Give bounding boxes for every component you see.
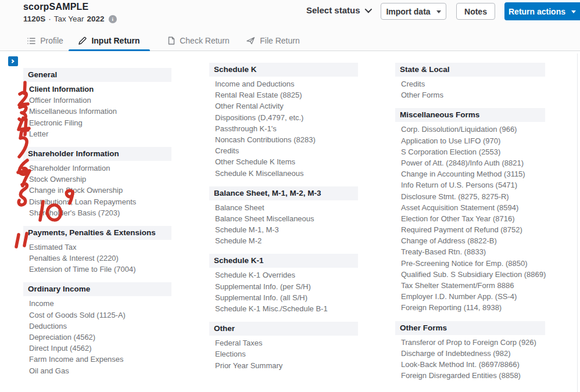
return-actions-button[interactable]: Return actions [504,2,580,20]
collapse-panel-button[interactable] [8,56,18,66]
nav-item[interactable]: Change in Accounting Method (3115) [395,168,545,179]
nav-section: Other FormsTransferor of Prop to Foreign… [395,321,545,384]
nav-item[interactable]: Federal Taxes [209,337,358,348]
tab-label: Check Return [180,36,230,45]
scroll-track[interactable] [577,53,578,392]
pencil-icon [78,37,87,45]
notes-label: Notes [464,7,487,16]
nav-item[interactable]: Schedule K-1 Overrides [209,269,358,280]
nav-item[interactable]: Other Schedule K Items [209,156,358,167]
nav-item[interactable]: Required Payment of Refund (8752) [395,224,545,235]
tab-file-return[interactable]: File Return [242,30,304,51]
section-item-list: Corp. Dissolution/Liquidation (966)Appli… [395,122,545,316]
nav-item[interactable]: Farm Income and Expenses [23,354,171,365]
nav-item[interactable]: Schedule K Miscellaneous [209,168,358,179]
nav-item[interactable]: Balance Sheet [209,202,358,213]
nav-item[interactable]: Schedule K-1 Misc./Schedule B-1 [209,303,358,314]
nav-section: GeneralClient InformationOfficer Informa… [23,68,171,142]
nav-item[interactable]: Distributions, Loan Repayments [23,196,171,207]
nav-item[interactable]: Stock Ownership [23,174,171,185]
nav-item[interactable]: Officer Information [23,95,171,106]
notes-button[interactable]: Notes [456,3,495,20]
app-header: scorpSAMPLE 1120S · Tax Year 2022 i Sele… [0,0,580,30]
nav-item[interactable]: Estimated Tax [23,242,171,253]
nav-item[interactable]: Passthrough K-1's [209,123,358,134]
nav-item[interactable]: Credits [209,145,358,156]
nav-item[interactable]: Other Forms [395,89,545,100]
section-item-list: Transferor of Prop to Foreign Corp (926)… [395,335,545,384]
nav-item[interactable]: Election for Other Tax Year (8716) [395,213,545,224]
nav-item[interactable]: Deductions [23,321,171,332]
nav-item[interactable]: Disclosure Stmt. (8275, 8275-R) [395,191,545,202]
nav-item[interactable]: Depreciation (4562) [23,332,171,343]
tab-profile[interactable]: Profile [23,30,67,51]
import-data-button[interactable]: Import data [381,3,446,20]
section-title: State & Local [395,63,545,77]
nav-item[interactable]: Balance Sheet Miscellaneous [209,213,358,224]
nav-item[interactable]: Extension of Time to File (7004) [23,264,171,275]
section-item-list: Schedule K-1 OverridesSupplemental Info.… [209,268,358,317]
section-title: Other [209,322,358,336]
nav-item[interactable]: Asset Acquisition Statement (8594) [395,202,545,213]
nav-item[interactable]: Tax Shelter Statement/Form 8886 [395,280,545,291]
nav-item[interactable]: Supplemental Info. (per S/H) [209,281,358,292]
nav-item[interactable]: Qualified Sub. S Subsidiary Election (88… [395,269,545,280]
nav-item[interactable]: Foreign Disregarded Entities (8858) [395,370,545,381]
nav-item[interactable]: Oil and Gas [23,365,171,376]
nav-item[interactable]: Other Rental Activity [209,100,358,112]
section-title: Schedule K-1 [209,254,358,268]
nav-item[interactable]: Schedule M-1, M-3 [209,224,358,235]
section-item-list: Income and DeductionsRental Real Estate … [209,77,358,182]
tab-label: Profile [40,36,63,45]
nav-item[interactable]: Letter [23,128,171,139]
section-title: Shareholder Information [23,147,171,161]
nav-item[interactable]: Cost of Goods Sold (1125-A) [23,310,171,321]
nav-item[interactable]: Shareholder's Basis (7203) [23,207,171,218]
tab-check-return[interactable]: Check Return [161,30,237,51]
nav-item[interactable]: Supplemental Info. (all S/H) [209,292,358,303]
nav-item[interactable]: Corp. Dissolution/Liquidation (966) [395,124,545,135]
chevron-right-icon [10,59,15,63]
nav-item[interactable]: Elections [209,348,358,359]
nav-item[interactable]: Prior Year Summary [209,360,358,371]
tax-year-label: Tax Year [54,15,84,23]
nav-item[interactable]: S Corporation Election (2553) [395,146,545,157]
nav-item[interactable]: Shareholder Information [23,163,171,174]
nav-item[interactable]: Application to Use LIFO (970) [395,135,545,146]
nav-item[interactable]: Credits [395,78,545,89]
tab-label: Input Return [91,36,139,45]
tab-input-return[interactable]: Input Return [69,30,150,51]
nav-item[interactable]: Transferor of Prop to Foreign Corp (926) [395,337,545,348]
nav-item[interactable]: Noncash Contributions (8283) [209,134,358,145]
nav-item[interactable]: Info Return of U.S. Persons (5471) [395,179,545,190]
tab-bar: Profile Input Return Check Return File R… [0,30,580,51]
nav-item[interactable]: Income and Deductions [209,78,358,89]
nav-item[interactable]: Penalties & Interest (2220) [23,253,171,264]
nav-item[interactable]: Change of Address (8822-B) [395,235,545,246]
nav-item[interactable]: Power of Att. (2848)/Info Auth (8821) [395,157,545,168]
nav-item[interactable]: Schedule M-2 [209,235,358,246]
info-icon[interactable]: i [109,15,117,23]
nav-section: Miscellaneous FormsCorp. Dissolution/Liq… [395,108,545,316]
nav-item[interactable]: Electronic Filing [23,117,171,128]
nav-section: Balance Sheet, M-1, M-2, M-3Balance Shee… [209,186,358,250]
nav-item[interactable]: Dispositions (D,4797, etc.) [209,112,358,123]
nav-item[interactable]: Direct Input (4562) [23,343,171,354]
nav-item[interactable]: Discharge of Indebtedness (982) [395,348,545,359]
tab-label: File Return [260,36,299,45]
nav-item[interactable]: Look-Back Method Int. (8697/8866) [395,359,545,370]
nav-item[interactable]: Pre-Screening Notice for Emp. (8850) [395,258,545,269]
nav-item[interactable]: Treaty-Based Rtn. (8833) [395,246,545,257]
nav-item[interactable]: Income [23,298,171,309]
nav-item[interactable]: Client Information [23,84,171,95]
nav-section: OtherFederal TaxesElectionsPrior Year Su… [209,322,358,374]
nav-column-left: GeneralClient InformationOfficer Informa… [23,68,171,379]
nav-item[interactable]: Employer I.D. Number App. (SS-4) [395,291,545,302]
nav-item[interactable]: Foreign Reporting (114, 8938) [395,302,545,313]
separator-dot: · [48,15,51,23]
nav-item[interactable]: Rental Real Estate (8825) [209,89,358,100]
nav-item[interactable]: Miscellaneous Information [23,106,171,117]
nav-item[interactable]: Change in Stock Ownership [23,185,171,196]
select-status-dropdown[interactable]: Select status [306,5,370,15]
caret-down-icon [436,10,441,13]
